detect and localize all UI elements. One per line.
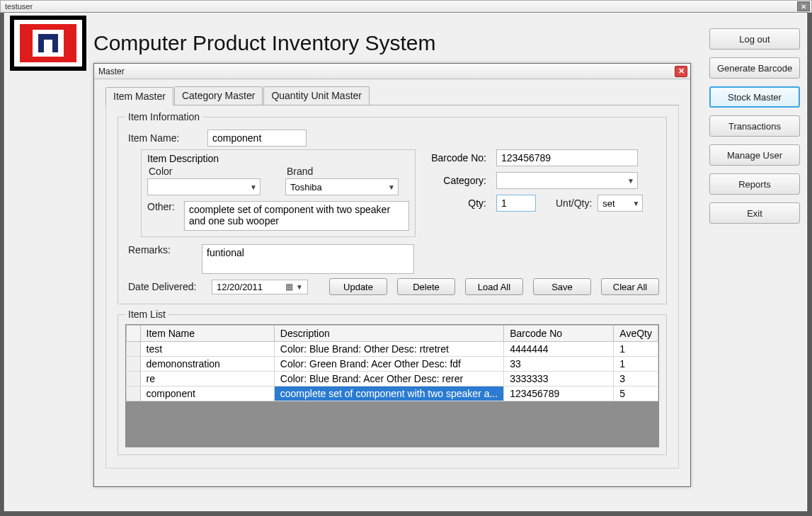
cell-description[interactable]: Color: Blue Brand: Acer Other Desc: rere… xyxy=(274,372,503,386)
delete-button[interactable]: Delete xyxy=(397,278,455,295)
item-description-label: Item Description xyxy=(147,153,409,164)
brand-label: Brand xyxy=(287,166,409,177)
table-row[interactable]: testColor: Blue Brand: Other Desc: rtret… xyxy=(127,342,658,357)
barcode-no-input[interactable] xyxy=(496,149,638,166)
cell-barcode-no[interactable]: 123456789 xyxy=(504,386,614,401)
col-description[interactable]: Description xyxy=(274,326,503,342)
dialog-titlebar: Master ✕ xyxy=(94,64,690,79)
cell-barcode-no[interactable]: 33 xyxy=(504,357,614,372)
date-delivered-input[interactable]: 12/20/2011 ▦ ▼ xyxy=(212,280,308,294)
reports-button[interactable]: Reports xyxy=(709,173,800,195)
side-button-panel: Log outGenerate BarcodeStock MasterTrans… xyxy=(709,28,800,224)
brand-value: Toshiba xyxy=(290,182,322,193)
row-header[interactable] xyxy=(127,386,141,401)
action-buttons: Update Delete Load All Save Clear All xyxy=(329,278,659,295)
row-header[interactable] xyxy=(127,372,141,386)
date-delivered-value: 12/20/2011 xyxy=(217,282,263,292)
chevron-down-icon: ▼ xyxy=(632,200,639,207)
qty-label: Qty: xyxy=(423,197,486,209)
chevron-down-icon: ▼ xyxy=(296,283,303,291)
calendar-icon: ▦ xyxy=(285,282,293,292)
close-icon: ✕ xyxy=(801,3,806,11)
tabstrip: Item Master Category Master Quantity Uni… xyxy=(105,86,679,105)
item-name-input[interactable] xyxy=(207,130,307,147)
cell-item-name[interactable]: re xyxy=(140,372,274,386)
transactions-button[interactable]: Transactions xyxy=(709,115,800,137)
unit-qty-select[interactable]: set ▼ xyxy=(597,195,643,212)
category-label: Category: xyxy=(423,175,486,186)
outer-close-button[interactable]: ✕ xyxy=(797,1,810,11)
manage-user-button[interactable]: Manage User xyxy=(709,144,800,166)
table-empty-area xyxy=(126,401,658,447)
item-name-label: Item Name: xyxy=(128,132,202,144)
cell-description[interactable]: Color: Green Brand: Acer Other Desc: fdf xyxy=(274,357,503,372)
col-ave-qty[interactable]: AveQty xyxy=(614,326,658,342)
cell-ave-qty[interactable]: 1 xyxy=(614,357,658,372)
item-list-group: Item List Item Name De xyxy=(118,309,667,455)
chevron-down-icon: ▼ xyxy=(250,183,257,191)
other-input[interactable] xyxy=(184,201,409,231)
clear-all-button[interactable]: Clear All xyxy=(601,278,659,295)
qty-input[interactable] xyxy=(496,195,536,212)
remarks-input[interactable] xyxy=(202,244,414,274)
outer-window: testuser ✕ Computer Product Inventory Sy… xyxy=(0,0,812,516)
unit-qty-label: Unt/Qty: xyxy=(556,197,592,209)
cell-ave-qty[interactable]: 3 xyxy=(614,372,658,386)
other-label: Other: xyxy=(147,201,177,212)
app-title: Computer Product Inventory System xyxy=(93,31,436,55)
table-row[interactable]: componentcoomplete set of component with… xyxy=(127,386,658,401)
row-header[interactable] xyxy=(127,357,141,372)
outer-titlebar: testuser ✕ xyxy=(0,0,812,13)
tab-category-master[interactable]: Category Master xyxy=(174,86,263,105)
unit-qty-value: set xyxy=(602,198,614,209)
outer-title: testuser xyxy=(5,2,33,11)
cell-item-name[interactable]: component xyxy=(140,386,274,401)
table-row[interactable]: demononstrationColor: Green Brand: Acer … xyxy=(127,357,658,372)
cell-barcode-no[interactable]: 3333333 xyxy=(504,372,614,386)
tab-item-master[interactable]: Item Master xyxy=(105,87,173,105)
col-item-name[interactable]: Item Name xyxy=(140,326,274,342)
cell-description[interactable]: coomplete set of component with two spea… xyxy=(274,386,503,401)
table-row[interactable]: reColor: Blue Brand: Acer Other Desc: re… xyxy=(127,372,658,386)
table-row-header-col[interactable] xyxy=(127,326,141,342)
load-all-button[interactable]: Load All xyxy=(465,278,523,295)
cell-description[interactable]: Color: Blue Brand: Other Desc: rtretret xyxy=(274,342,503,357)
close-icon: ✕ xyxy=(678,67,685,76)
update-button[interactable]: Update xyxy=(329,278,387,295)
item-description-group: Item Description Color ▼ xyxy=(141,149,416,237)
category-select[interactable]: ▼ xyxy=(496,172,638,189)
generate-barcode-button[interactable]: Generate Barcode xyxy=(709,57,800,79)
item-information-legend: Item Information xyxy=(125,111,202,122)
logout-button[interactable]: Log out xyxy=(709,28,800,50)
main-frame: Computer Product Inventory System Log ou… xyxy=(4,12,808,512)
master-dialog: Master ✕ Item Master Category Master Qua… xyxy=(93,63,691,487)
dialog-close-button[interactable]: ✕ xyxy=(675,66,687,77)
cell-item-name[interactable]: test xyxy=(140,342,274,357)
tab-quantity-unit-master[interactable]: Quantity Unit Master xyxy=(263,86,370,105)
barcode-no-label: Barcode No: xyxy=(423,152,486,164)
color-label: Color xyxy=(149,166,271,177)
tab-content: Item Information Item Name: Item Descrip… xyxy=(105,105,679,469)
cell-ave-qty[interactable]: 1 xyxy=(614,342,658,357)
item-information-group: Item Information Item Name: Item Descrip… xyxy=(118,111,667,304)
dialog-title: Master xyxy=(98,67,125,76)
dialog-body: Item Master Category Master Quantity Uni… xyxy=(94,79,690,476)
exit-button[interactable]: Exit xyxy=(709,202,800,224)
row-header[interactable] xyxy=(127,342,141,357)
chevron-down-icon: ▼ xyxy=(627,177,634,185)
item-list-legend: Item List xyxy=(125,309,168,320)
right-fields: Barcode No: Category: ▼ xyxy=(423,144,656,217)
stock-master-button[interactable]: Stock Master xyxy=(709,86,800,108)
svg-rect-3 xyxy=(33,30,64,57)
save-button[interactable]: Save xyxy=(533,278,591,295)
app-logo-icon xyxy=(10,16,86,71)
brand-select[interactable]: Toshiba ▼ xyxy=(285,178,399,195)
item-list-table-wrap: Item Name Description Barcode No AveQty … xyxy=(125,324,659,447)
item-list-table[interactable]: Item Name Description Barcode No AveQty … xyxy=(126,325,658,401)
cell-ave-qty[interactable]: 5 xyxy=(614,386,658,401)
cell-barcode-no[interactable]: 4444444 xyxy=(504,342,614,357)
chevron-down-icon: ▼ xyxy=(388,183,395,191)
color-select[interactable]: ▼ xyxy=(147,178,261,195)
col-barcode-no[interactable]: Barcode No xyxy=(504,326,614,342)
cell-item-name[interactable]: demononstration xyxy=(140,357,274,372)
